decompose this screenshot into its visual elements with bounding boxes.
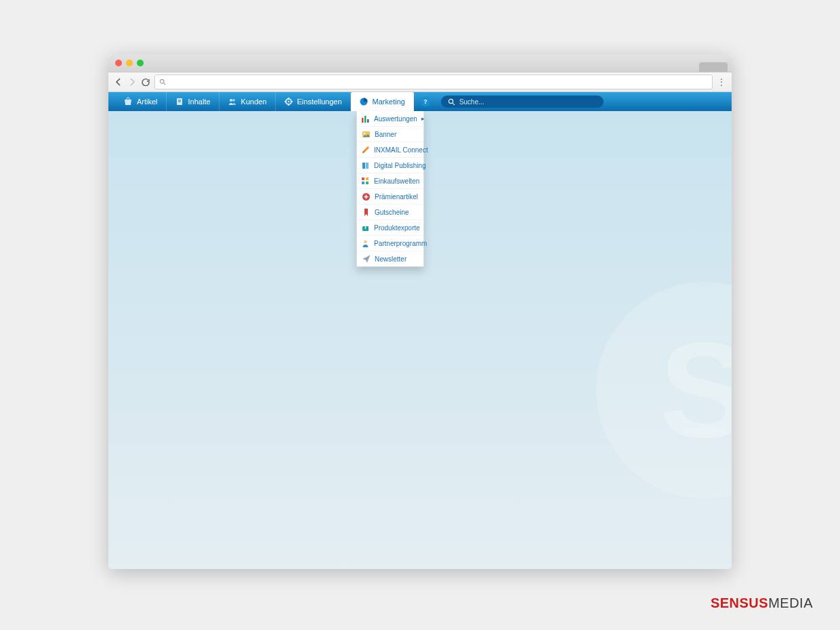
app-search-box[interactable]: Suche... <box>441 96 604 108</box>
app-area: S Artikel Inhalte Kunden <box>108 92 732 569</box>
nav-item-marketing[interactable]: Marketing <box>351 92 414 111</box>
svg-point-0 <box>160 79 164 83</box>
dd-label: Digital Publishing <box>374 162 426 169</box>
nav-label: Inhalte <box>188 98 211 106</box>
dd-item-digital-publishing[interactable]: Digital Publishing <box>357 157 423 173</box>
nav-help-button[interactable]: ? <box>414 92 437 111</box>
window-maximize-button[interactable] <box>137 60 144 66</box>
svg-point-6 <box>232 99 235 102</box>
app-watermark: S <box>596 282 732 499</box>
image-icon <box>361 129 371 139</box>
dd-label: Partnerprogramm <box>374 240 427 247</box>
gear-icon <box>284 97 293 106</box>
book-icon <box>361 161 370 170</box>
svg-point-29 <box>364 240 367 243</box>
dd-item-banner[interactable]: Banner <box>357 126 423 142</box>
pie-chart-icon <box>359 97 369 106</box>
grid-icon <box>361 176 370 186</box>
dd-item-auswertungen[interactable]: Auswertungen ▸ <box>357 111 423 126</box>
brand-part1: SENSUS <box>711 595 768 610</box>
app-navbar: Artikel Inhalte Kunden Einstellungen <box>108 92 732 111</box>
nav-item-einstellungen[interactable]: Einstellungen <box>276 92 351 111</box>
browser-forward-button[interactable] <box>127 77 137 87</box>
bar-chart-icon <box>361 114 370 123</box>
dd-item-partnerprogramm[interactable]: Partnerprogramm <box>357 235 423 251</box>
dd-item-gutscheine[interactable]: Gutscheine <box>357 204 423 219</box>
search-icon <box>159 79 166 85</box>
dd-item-newsletter[interactable]: Newsletter <box>357 251 423 266</box>
svg-line-1 <box>164 83 166 85</box>
dd-item-produktexporte[interactable]: Produktexporte <box>357 219 423 235</box>
nav-label: Marketing <box>373 98 405 106</box>
svg-rect-23 <box>362 177 364 180</box>
dd-label: Einkaufswelten <box>374 177 419 185</box>
dd-label: Prämienartikel <box>375 193 418 201</box>
dd-item-praemienartikel[interactable]: Prämienartikel <box>357 188 423 204</box>
search-icon <box>448 98 455 106</box>
svg-rect-26 <box>366 182 369 184</box>
window-minimize-button[interactable] <box>126 60 133 66</box>
svg-point-16 <box>448 99 453 103</box>
users-icon <box>228 97 237 106</box>
window-close-button[interactable] <box>115 60 122 66</box>
pencil-icon <box>361 145 370 154</box>
dd-label: Newsletter <box>375 255 406 263</box>
bookmark-icon <box>361 207 371 217</box>
svg-rect-24 <box>366 177 369 180</box>
svg-rect-19 <box>364 116 366 123</box>
search-placeholder: Suche... <box>459 98 484 106</box>
svg-point-8 <box>287 101 289 103</box>
browser-new-tab[interactable] <box>699 62 728 72</box>
user-icon <box>361 238 370 248</box>
help-icon: ? <box>420 96 431 107</box>
nav-item-kunden[interactable]: Kunden <box>219 92 276 111</box>
dd-item-inxmail[interactable]: INXMAIL Connect <box>357 142 423 157</box>
paper-plane-icon <box>361 254 371 264</box>
dd-label: Banner <box>375 131 396 138</box>
nav-label: Artikel <box>137 98 158 106</box>
browser-window: ⋮ S Artikel Inhalte Kunde <box>108 54 732 569</box>
brand-part2: MEDIA <box>768 595 813 610</box>
svg-point-22 <box>363 132 364 133</box>
browser-reload-button[interactable] <box>141 77 150 87</box>
dd-label: Auswertungen <box>374 115 417 123</box>
dd-label: Produktexporte <box>374 224 420 232</box>
svg-line-17 <box>453 103 455 105</box>
svg-rect-20 <box>367 119 369 123</box>
dd-label: Gutscheine <box>375 209 409 216</box>
page-brand: SENSUSMEDIA <box>711 595 813 611</box>
svg-point-5 <box>230 99 232 102</box>
browser-address-bar[interactable] <box>154 75 713 89</box>
export-icon <box>361 223 370 232</box>
chevron-right-icon: ▸ <box>421 115 425 122</box>
document-icon <box>175 97 184 106</box>
svg-rect-18 <box>362 118 364 123</box>
nav-label: Einstellungen <box>297 98 342 106</box>
browser-back-button[interactable] <box>114 77 123 87</box>
bag-icon <box>123 97 133 106</box>
dd-label: INXMAIL Connect <box>374 146 428 154</box>
plus-circle-icon <box>361 192 371 201</box>
browser-toolbar: ⋮ <box>108 72 732 92</box>
marketing-dropdown: Auswertungen ▸ Banner INXMAIL Connect <box>356 111 424 267</box>
browser-tabstrip <box>108 54 732 72</box>
dd-item-einkaufswelten[interactable]: Einkaufswelten <box>357 173 423 188</box>
nav-label: Kunden <box>241 98 267 106</box>
nav-item-artikel[interactable]: Artikel <box>115 92 167 111</box>
svg-text:?: ? <box>423 98 427 105</box>
nav-item-inhalte[interactable]: Inhalte <box>167 92 219 111</box>
svg-rect-25 <box>362 182 364 184</box>
